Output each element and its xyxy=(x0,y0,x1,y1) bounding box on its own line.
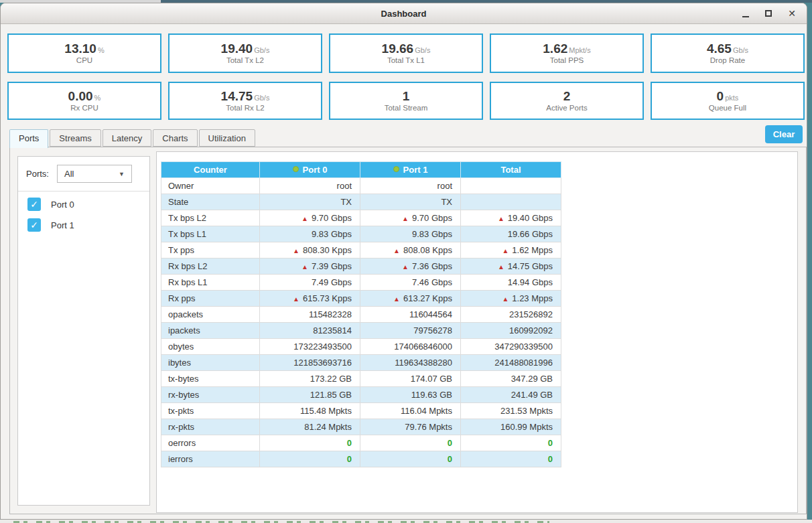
table-row: rx-pkts81.24 Mpkts79.76 Mpkts160.99 Mpkt… xyxy=(161,419,561,435)
table-row: tx-pkts115.48 Mpkts116.04 Mpkts231.53 Mp… xyxy=(161,403,561,419)
column-header-counter: Counter xyxy=(161,162,260,178)
column-header-port-1: Port 1 xyxy=(360,162,461,178)
counter-value-cell: 0 xyxy=(360,451,461,467)
table-row: Tx bps L2▲9.70 Gbps▲9.70 Gbps▲19.40 Gbps xyxy=(161,210,561,226)
stat-value: 1 xyxy=(403,90,410,104)
stat-value: 13.10% xyxy=(64,42,104,56)
counter-value-cell: 119634388280 xyxy=(360,355,461,371)
counter-name-cell: Tx bps L2 xyxy=(161,210,260,226)
minimize-button[interactable] xyxy=(742,9,749,17)
checkbox-port-1[interactable]: ✓ xyxy=(27,218,41,232)
counter-name-cell: opackets xyxy=(161,307,260,323)
table-row: StateTXTX xyxy=(161,194,561,210)
counter-value-cell: 121.85 GB xyxy=(260,387,360,403)
close-button[interactable]: ✕ xyxy=(788,9,796,18)
stat-card: 0pktsQueue Full xyxy=(651,82,805,120)
ports-label: Ports: xyxy=(26,169,49,179)
table-row: rx-bytes121.85 GB119.63 GB241.49 GB xyxy=(161,387,561,403)
counter-value-cell: 79.76 Mpkts xyxy=(360,419,461,435)
stat-value: 2 xyxy=(563,90,571,104)
counter-value-cell: 160992092 xyxy=(461,323,561,339)
tab-streams[interactable]: Streams xyxy=(50,129,100,147)
counter-value-cell: 116044564 xyxy=(360,307,461,323)
counter-name-cell: Rx bps L1 xyxy=(161,275,260,291)
checkbox-port-0[interactable]: ✓ xyxy=(27,198,41,211)
counter-name-cell: State xyxy=(161,194,260,210)
port-status-icon xyxy=(393,166,399,172)
arrow-up-icon: ▲ xyxy=(301,263,308,271)
counter-value-cell: 115482328 xyxy=(260,307,360,323)
tab-latency[interactable]: Latency xyxy=(103,129,152,147)
column-header-total: Total xyxy=(461,162,561,178)
stat-value: 0.00% xyxy=(68,90,101,104)
stat-value: 1.62Mpkt/s xyxy=(543,42,590,56)
stat-card: 0.00%Rx CPU xyxy=(7,82,161,120)
clear-button[interactable]: Clear xyxy=(765,125,803,143)
background-terminal-sliver xyxy=(0,520,812,523)
counter-value-cell: 119.63 GB xyxy=(360,387,461,403)
chevron-down-icon: ▼ xyxy=(119,171,125,177)
counter-value-cell: 9.83 Gbps xyxy=(360,226,461,242)
table-row: obytes1732234935001740668460003472903395… xyxy=(161,339,561,355)
tab-ports[interactable]: Ports xyxy=(9,129,48,148)
counter-name-cell: oerrors xyxy=(161,435,260,451)
counter-value-cell: 173223493500 xyxy=(260,339,360,355)
ports-dropdown[interactable]: All ▼ xyxy=(57,165,132,183)
table-row: Rx bps L17.49 Gbps7.46 Gbps14.94 Gbps xyxy=(161,275,561,291)
ports-tab-panel: Ports: All ▼ ✓Port 0✓Port 1 CounterPort … xyxy=(9,147,807,514)
counter-value-cell: 231526892 xyxy=(461,307,561,323)
tab-utilization[interactable]: Utilization xyxy=(199,129,255,147)
arrow-up-icon: ▲ xyxy=(498,263,504,271)
counter-name-cell: ibytes xyxy=(161,355,260,371)
counter-name-cell: obytes xyxy=(161,339,260,355)
table-row: oerrors000 xyxy=(161,435,561,451)
stat-unit: Gb/s xyxy=(254,94,269,102)
checkbox-label: Port 1 xyxy=(51,220,74,230)
ports-filter-header: Ports: All ▼ xyxy=(18,157,149,192)
counter-name-cell: Owner xyxy=(161,178,260,194)
dashboard-window: Dashboard ✕ 13.10%CPU19.40Gb/sTotal Tx L… xyxy=(0,3,807,520)
arrow-up-icon: ▲ xyxy=(502,247,509,254)
ports-filter-panel: Ports: All ▼ ✓Port 0✓Port 1 xyxy=(17,156,150,506)
window-title: Dashboard xyxy=(381,9,427,19)
counter-value-cell: 0 xyxy=(461,451,561,467)
port-checkbox-row: ✓Port 1 xyxy=(27,218,149,232)
counter-value-cell: 0 xyxy=(260,451,360,467)
stat-unit: Mpkt/s xyxy=(569,46,590,54)
counter-value-cell: 81235814 xyxy=(260,323,360,339)
arrow-up-icon: ▲ xyxy=(402,215,409,222)
titlebar[interactable]: Dashboard ✕ xyxy=(1,3,807,24)
stat-label: Total Stream xyxy=(385,104,428,112)
table-header-row: CounterPort 0Port 1Total xyxy=(161,162,561,178)
counter-value-cell: TX xyxy=(360,194,461,210)
counter-value-cell: 174.07 GB xyxy=(360,371,461,387)
counter-name-cell: rx-pkts xyxy=(161,419,260,435)
counter-value-cell: 241488081996 xyxy=(461,355,561,371)
stat-unit: Gb/s xyxy=(415,46,430,54)
counter-value-cell: 231.53 Mpkts xyxy=(461,403,561,419)
maximize-button[interactable] xyxy=(765,10,772,17)
counter-value-cell: 0 xyxy=(461,435,561,451)
counter-name-cell: tx-pkts xyxy=(161,403,260,419)
arrow-up-icon: ▲ xyxy=(498,215,504,222)
counter-name-cell: Rx bps L2 xyxy=(161,258,260,275)
stats-row-2: 0.00%Rx CPU14.75Gb/sTotal Rx L21Total St… xyxy=(7,82,805,120)
minimize-icon xyxy=(742,16,749,17)
tab-charts[interactable]: Charts xyxy=(153,129,197,147)
counter-value-cell xyxy=(461,178,561,194)
stat-card: 14.75Gb/sTotal Rx L2 xyxy=(168,82,322,120)
counter-value-cell: ▲7.39 Gbps xyxy=(260,258,360,275)
stat-label: Total Rx L2 xyxy=(226,104,265,112)
counter-value-cell: ▲1.62 Mpps xyxy=(461,242,561,258)
stat-value: 19.66Gb/s xyxy=(382,42,431,56)
stat-value: 4.65Gb/s xyxy=(707,42,748,56)
counter-value-cell: ▲1.23 Mpps xyxy=(461,291,561,307)
counter-value-cell: 121853693716 xyxy=(260,355,360,371)
arrow-up-icon: ▲ xyxy=(402,263,409,271)
table-row: Tx bps L19.83 Gbps9.83 Gbps19.66 Gbps xyxy=(161,226,561,242)
stat-card: 1Total Stream xyxy=(329,82,483,120)
counter-value-cell: 19.66 Gbps xyxy=(461,226,561,242)
table-row: Rx pps▲615.73 Kpps▲613.27 Kpps▲1.23 Mpps xyxy=(161,291,561,307)
stat-value: 14.75Gb/s xyxy=(221,90,270,104)
stat-unit: % xyxy=(94,94,101,102)
